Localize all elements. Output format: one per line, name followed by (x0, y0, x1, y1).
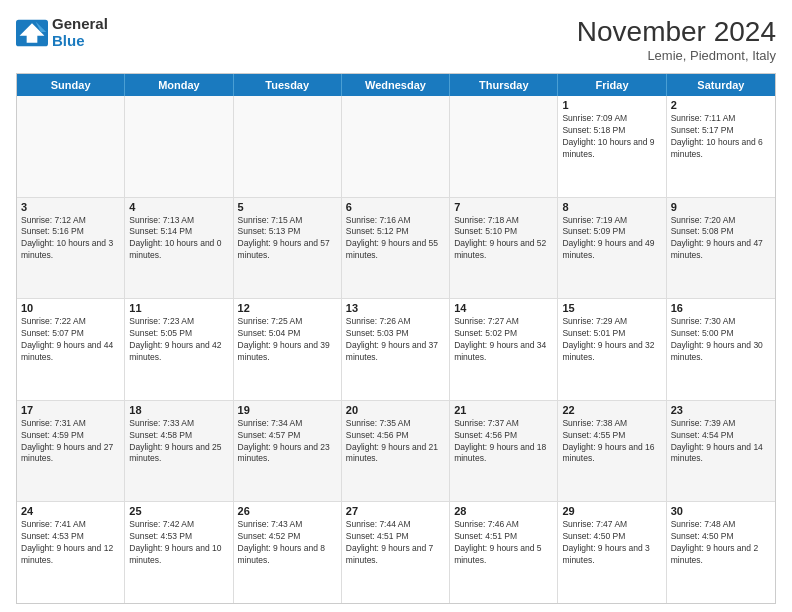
calendar-cell: 17Sunrise: 7:31 AM Sunset: 4:59 PM Dayli… (17, 401, 125, 502)
calendar-cell (450, 96, 558, 197)
cell-info: Sunrise: 7:23 AM Sunset: 5:05 PM Dayligh… (129, 316, 228, 364)
day-number: 12 (238, 302, 337, 314)
calendar-cell (125, 96, 233, 197)
calendar-cell: 23Sunrise: 7:39 AM Sunset: 4:54 PM Dayli… (667, 401, 775, 502)
calendar-row: 24Sunrise: 7:41 AM Sunset: 4:53 PM Dayli… (17, 502, 775, 603)
calendar-cell: 27Sunrise: 7:44 AM Sunset: 4:51 PM Dayli… (342, 502, 450, 603)
day-number: 11 (129, 302, 228, 314)
calendar-row: 3Sunrise: 7:12 AM Sunset: 5:16 PM Daylig… (17, 198, 775, 300)
cell-info: Sunrise: 7:20 AM Sunset: 5:08 PM Dayligh… (671, 215, 771, 263)
calendar-cell: 21Sunrise: 7:37 AM Sunset: 4:56 PM Dayli… (450, 401, 558, 502)
calendar-row: 17Sunrise: 7:31 AM Sunset: 4:59 PM Dayli… (17, 401, 775, 503)
day-number: 24 (21, 505, 120, 517)
cell-info: Sunrise: 7:29 AM Sunset: 5:01 PM Dayligh… (562, 316, 661, 364)
day-number: 1 (562, 99, 661, 111)
calendar-cell: 28Sunrise: 7:46 AM Sunset: 4:51 PM Dayli… (450, 502, 558, 603)
cell-info: Sunrise: 7:41 AM Sunset: 4:53 PM Dayligh… (21, 519, 120, 567)
day-number: 20 (346, 404, 445, 416)
cell-info: Sunrise: 7:11 AM Sunset: 5:17 PM Dayligh… (671, 113, 771, 161)
day-number: 18 (129, 404, 228, 416)
calendar-cell: 16Sunrise: 7:30 AM Sunset: 5:00 PM Dayli… (667, 299, 775, 400)
logo-text: General Blue (52, 16, 108, 49)
calendar-cell: 18Sunrise: 7:33 AM Sunset: 4:58 PM Dayli… (125, 401, 233, 502)
calendar-cell: 7Sunrise: 7:18 AM Sunset: 5:10 PM Daylig… (450, 198, 558, 299)
cell-info: Sunrise: 7:48 AM Sunset: 4:50 PM Dayligh… (671, 519, 771, 567)
weekday-header: Sunday (17, 74, 125, 96)
weekday-header: Thursday (450, 74, 558, 96)
calendar-cell: 24Sunrise: 7:41 AM Sunset: 4:53 PM Dayli… (17, 502, 125, 603)
calendar-cell: 2Sunrise: 7:11 AM Sunset: 5:17 PM Daylig… (667, 96, 775, 197)
calendar-cell: 10Sunrise: 7:22 AM Sunset: 5:07 PM Dayli… (17, 299, 125, 400)
calendar-cell: 12Sunrise: 7:25 AM Sunset: 5:04 PM Dayli… (234, 299, 342, 400)
cell-info: Sunrise: 7:15 AM Sunset: 5:13 PM Dayligh… (238, 215, 337, 263)
calendar-cell: 3Sunrise: 7:12 AM Sunset: 5:16 PM Daylig… (17, 198, 125, 299)
cell-info: Sunrise: 7:09 AM Sunset: 5:18 PM Dayligh… (562, 113, 661, 161)
calendar-cell: 25Sunrise: 7:42 AM Sunset: 4:53 PM Dayli… (125, 502, 233, 603)
day-number: 6 (346, 201, 445, 213)
calendar-cell: 14Sunrise: 7:27 AM Sunset: 5:02 PM Dayli… (450, 299, 558, 400)
calendar-cell: 15Sunrise: 7:29 AM Sunset: 5:01 PM Dayli… (558, 299, 666, 400)
calendar-cell: 30Sunrise: 7:48 AM Sunset: 4:50 PM Dayli… (667, 502, 775, 603)
calendar-cell (234, 96, 342, 197)
weekday-header: Saturday (667, 74, 775, 96)
cell-info: Sunrise: 7:47 AM Sunset: 4:50 PM Dayligh… (562, 519, 661, 567)
cell-info: Sunrise: 7:42 AM Sunset: 4:53 PM Dayligh… (129, 519, 228, 567)
calendar-row: 1Sunrise: 7:09 AM Sunset: 5:18 PM Daylig… (17, 96, 775, 198)
calendar-cell: 26Sunrise: 7:43 AM Sunset: 4:52 PM Dayli… (234, 502, 342, 603)
cell-info: Sunrise: 7:18 AM Sunset: 5:10 PM Dayligh… (454, 215, 553, 263)
calendar-cell: 22Sunrise: 7:38 AM Sunset: 4:55 PM Dayli… (558, 401, 666, 502)
weekday-header: Tuesday (234, 74, 342, 96)
cell-info: Sunrise: 7:16 AM Sunset: 5:12 PM Dayligh… (346, 215, 445, 263)
day-number: 23 (671, 404, 771, 416)
calendar-cell (17, 96, 125, 197)
cell-info: Sunrise: 7:30 AM Sunset: 5:00 PM Dayligh… (671, 316, 771, 364)
calendar-body: 1Sunrise: 7:09 AM Sunset: 5:18 PM Daylig… (17, 96, 775, 603)
cell-info: Sunrise: 7:43 AM Sunset: 4:52 PM Dayligh… (238, 519, 337, 567)
logo-icon (16, 19, 48, 47)
day-number: 17 (21, 404, 120, 416)
calendar-cell: 20Sunrise: 7:35 AM Sunset: 4:56 PM Dayli… (342, 401, 450, 502)
calendar-cell (342, 96, 450, 197)
weekday-header: Wednesday (342, 74, 450, 96)
calendar-cell: 19Sunrise: 7:34 AM Sunset: 4:57 PM Dayli… (234, 401, 342, 502)
day-number: 3 (21, 201, 120, 213)
calendar-cell: 4Sunrise: 7:13 AM Sunset: 5:14 PM Daylig… (125, 198, 233, 299)
day-number: 4 (129, 201, 228, 213)
calendar-cell: 8Sunrise: 7:19 AM Sunset: 5:09 PM Daylig… (558, 198, 666, 299)
cell-info: Sunrise: 7:25 AM Sunset: 5:04 PM Dayligh… (238, 316, 337, 364)
calendar-cell: 1Sunrise: 7:09 AM Sunset: 5:18 PM Daylig… (558, 96, 666, 197)
day-number: 16 (671, 302, 771, 314)
location: Lemie, Piedmont, Italy (577, 48, 776, 63)
calendar: SundayMondayTuesdayWednesdayThursdayFrid… (16, 73, 776, 604)
cell-info: Sunrise: 7:31 AM Sunset: 4:59 PM Dayligh… (21, 418, 120, 466)
weekday-header: Friday (558, 74, 666, 96)
calendar-cell: 9Sunrise: 7:20 AM Sunset: 5:08 PM Daylig… (667, 198, 775, 299)
calendar-cell: 13Sunrise: 7:26 AM Sunset: 5:03 PM Dayli… (342, 299, 450, 400)
day-number: 5 (238, 201, 337, 213)
title-area: November 2024 Lemie, Piedmont, Italy (577, 16, 776, 63)
day-number: 15 (562, 302, 661, 314)
cell-info: Sunrise: 7:13 AM Sunset: 5:14 PM Dayligh… (129, 215, 228, 263)
day-number: 26 (238, 505, 337, 517)
cell-info: Sunrise: 7:19 AM Sunset: 5:09 PM Dayligh… (562, 215, 661, 263)
calendar-header: SundayMondayTuesdayWednesdayThursdayFrid… (17, 74, 775, 96)
calendar-row: 10Sunrise: 7:22 AM Sunset: 5:07 PM Dayli… (17, 299, 775, 401)
month-title: November 2024 (577, 16, 776, 48)
cell-info: Sunrise: 7:22 AM Sunset: 5:07 PM Dayligh… (21, 316, 120, 364)
cell-info: Sunrise: 7:27 AM Sunset: 5:02 PM Dayligh… (454, 316, 553, 364)
weekday-header: Monday (125, 74, 233, 96)
day-number: 10 (21, 302, 120, 314)
calendar-cell: 11Sunrise: 7:23 AM Sunset: 5:05 PM Dayli… (125, 299, 233, 400)
cell-info: Sunrise: 7:37 AM Sunset: 4:56 PM Dayligh… (454, 418, 553, 466)
cell-info: Sunrise: 7:35 AM Sunset: 4:56 PM Dayligh… (346, 418, 445, 466)
logo: General Blue (16, 16, 108, 49)
cell-info: Sunrise: 7:39 AM Sunset: 4:54 PM Dayligh… (671, 418, 771, 466)
day-number: 14 (454, 302, 553, 314)
day-number: 30 (671, 505, 771, 517)
day-number: 22 (562, 404, 661, 416)
day-number: 8 (562, 201, 661, 213)
day-number: 27 (346, 505, 445, 517)
cell-info: Sunrise: 7:38 AM Sunset: 4:55 PM Dayligh… (562, 418, 661, 466)
cell-info: Sunrise: 7:44 AM Sunset: 4:51 PM Dayligh… (346, 519, 445, 567)
page-header: General Blue November 2024 Lemie, Piedmo… (16, 16, 776, 63)
